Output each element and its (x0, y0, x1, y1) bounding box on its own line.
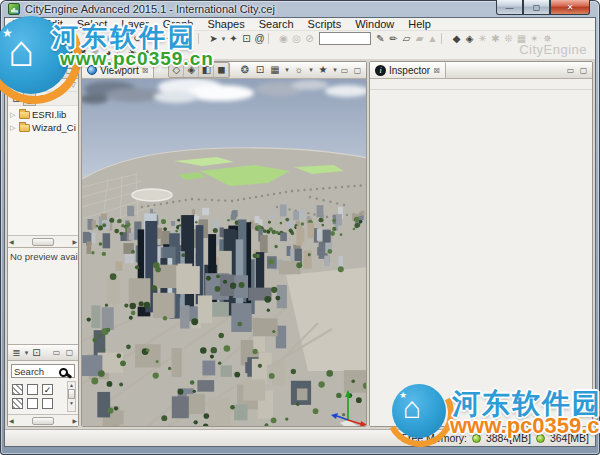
menu-file[interactable]: File (5, 18, 37, 30)
layer-checkbox-mixed[interactable] (12, 384, 23, 395)
maximize-panel-icon[interactable]: ▢ (578, 66, 589, 75)
layer-tool-2-icon[interactable]: ✱ (489, 32, 502, 46)
redo-icon[interactable]: ↻ (144, 32, 157, 46)
scrollbar-thumb[interactable] (32, 238, 54, 246)
marquee-select-icon[interactable]: ⊡ (240, 32, 253, 46)
scrollbar-thumb[interactable] (32, 417, 54, 425)
assign-rule-icon[interactable]: ✽ (89, 46, 102, 60)
bookmarks-dropdown-icon[interactable]: ▾ (331, 63, 338, 77)
layer-tool-3-icon[interactable]: ❊ (502, 32, 515, 46)
layer-checkbox-off[interactable] (27, 384, 38, 395)
viewport-3d-scene[interactable] (82, 79, 367, 427)
menu-layer[interactable]: Layer (114, 18, 156, 30)
scroll-right-icon[interactable]: ▶ (72, 417, 77, 424)
view-settings-dropdown-icon[interactable]: ▾ (307, 63, 314, 77)
dolly-icon[interactable]: ↓ (183, 32, 196, 46)
select-dropdown-icon[interactable]: ▾ (220, 32, 227, 46)
layers-vertical-scrollbar[interactable]: ▲ ▼ (67, 381, 76, 412)
add-item-icon[interactable]: ⊕ (36, 92, 49, 106)
edit-shape-icon[interactable]: ✏ (387, 32, 400, 46)
navigator-tab[interactable] (8, 62, 30, 78)
isolate-icon[interactable]: ❂ (238, 63, 251, 77)
select-same-group-icon[interactable]: ✦ (227, 32, 240, 46)
layer-checkbox-on[interactable]: ✓ (42, 384, 53, 395)
tree-item-wizard-city[interactable]: ▷ Wizard_Ci (8, 121, 78, 134)
scroll-left-icon[interactable]: ◀ (9, 417, 14, 424)
reset-models-icon[interactable]: ◕ (102, 46, 115, 60)
expander-icon[interactable]: ▷ (10, 111, 17, 119)
scroll-down-icon[interactable]: ▼ (69, 400, 74, 406)
shading-realistic-icon[interactable]: ◼ (214, 63, 229, 77)
scroll-up-icon[interactable]: ▲ (69, 382, 74, 388)
menu-bar[interactable]: FileEditSelectLayerGraphShapesSearchScri… (5, 18, 595, 30)
viewport-tab[interactable]: Viewport ⊠ (82, 62, 154, 78)
shading-mode-group[interactable]: ◇◈◧◼ (168, 62, 230, 78)
layer-checkbox-mixed[interactable] (12, 398, 23, 409)
undo-icon[interactable]: ↺ (131, 32, 144, 46)
maximize-panel-icon[interactable]: ▢ (64, 348, 75, 357)
spiral-select-icon[interactable]: @ (253, 32, 266, 46)
layers-horizontal-scrollbar[interactable]: ◀ ▶ (8, 414, 78, 426)
menu-search[interactable]: Search (252, 18, 301, 30)
shading-wireframe-icon[interactable]: ◇ (169, 63, 184, 77)
menu-graph[interactable]: Graph (156, 18, 201, 30)
tab-close-icon[interactable]: ⊠ (142, 66, 149, 75)
menu-shapes[interactable]: Shapes (200, 18, 251, 30)
orbit-icon[interactable]: ↻ (170, 32, 183, 46)
expander-icon[interactable]: ▷ (10, 124, 17, 132)
generate-models-icon[interactable]: ❀ (17, 46, 30, 60)
light-settings-icon[interactable]: ☀ (126, 46, 139, 60)
layer-checkbox-off[interactable] (42, 398, 53, 409)
menu-help[interactable]: Help (401, 18, 438, 30)
detach-panel-icon[interactable]: ⊡ (30, 346, 43, 360)
generate-options-icon[interactable]: ✾ (76, 46, 89, 60)
view-menu-chevron-icon[interactable]: ▽ (71, 81, 76, 89)
minimize-panel-icon[interactable]: ▭ (339, 66, 350, 75)
inspector-tab[interactable]: i Inspector ⊠ (370, 62, 446, 78)
layer-tool-1-icon[interactable]: ✳ (476, 32, 489, 46)
frame-model-icon[interactable]: ◈ (463, 32, 476, 46)
visibility-settings-icon[interactable]: ◆ (450, 32, 463, 46)
polygon-tool-icon[interactable]: ▱ (400, 32, 413, 46)
view-settings-icon[interactable]: ☼ (292, 63, 305, 77)
tree-item-esri-lib[interactable]: ▷ ESRI.lib (8, 108, 78, 121)
link-with-editor-icon[interactable]: ✶ (23, 78, 36, 92)
new-file-icon[interactable]: ▢ (105, 32, 118, 46)
navigator-horizontal-scrollbar[interactable]: ◀ ▶ (8, 235, 78, 247)
maximize-button[interactable]: ▢ (523, 0, 550, 15)
pan-icon[interactable]: ✛ (157, 32, 170, 46)
shading-shaded-icon[interactable]: ◈ (184, 63, 199, 77)
expand-all-icon[interactable]: ⊞ (10, 92, 23, 106)
minimize-panel-icon[interactable]: ▭ (51, 348, 62, 357)
save-icon[interactable]: ▣ (118, 32, 131, 46)
ungroup-selection-icon[interactable]: ◎ (290, 32, 303, 46)
frame-selection-icon[interactable]: ⊡ (253, 63, 266, 77)
collapse-all-icon[interactable]: ⊟ (10, 78, 23, 92)
scroll-right-icon[interactable]: ▶ (72, 238, 77, 245)
minimize-panel-icon[interactable]: ▭ (51, 66, 62, 75)
camera-dropdown-icon[interactable]: ▾ (283, 63, 290, 77)
lock-selection-icon[interactable]: ⊘ (303, 32, 316, 46)
menu-edit[interactable]: Edit (37, 18, 70, 30)
bookmarks-icon[interactable]: ★ (316, 63, 329, 77)
sync-folder-icon[interactable]: ◉ (23, 92, 36, 106)
texture-tool-icon[interactable]: ▲ (426, 32, 439, 46)
offset-tool-icon[interactable]: ▰ (413, 32, 426, 46)
camera-icon[interactable]: ▦ (268, 63, 281, 77)
tab-close-icon[interactable]: ⊠ (433, 66, 440, 75)
maximize-panel-icon[interactable]: ▢ (64, 66, 75, 75)
minimize-panel-icon[interactable]: ▭ (565, 66, 576, 75)
menu-window[interactable]: Window (348, 18, 401, 30)
minimize-button[interactable]: — (496, 0, 523, 15)
scene-settings-icon[interactable]: ✺ (139, 46, 152, 60)
menu-select[interactable]: Select (70, 18, 115, 30)
layers-icon[interactable]: ≣ (10, 346, 23, 360)
edit-street-icon[interactable]: ✎ (374, 32, 387, 46)
menu-scripts[interactable]: Scripts (301, 18, 349, 30)
layers-dropdown-icon[interactable]: ▾ (23, 346, 30, 360)
select-arrow-icon[interactable]: ➤ (207, 32, 220, 46)
layer-checkbox-off[interactable] (27, 398, 38, 409)
scrollbar-thumb[interactable] (68, 389, 75, 399)
group-selection-icon[interactable]: ◉ (277, 32, 290, 46)
close-button[interactable]: ✕ (550, 0, 590, 15)
